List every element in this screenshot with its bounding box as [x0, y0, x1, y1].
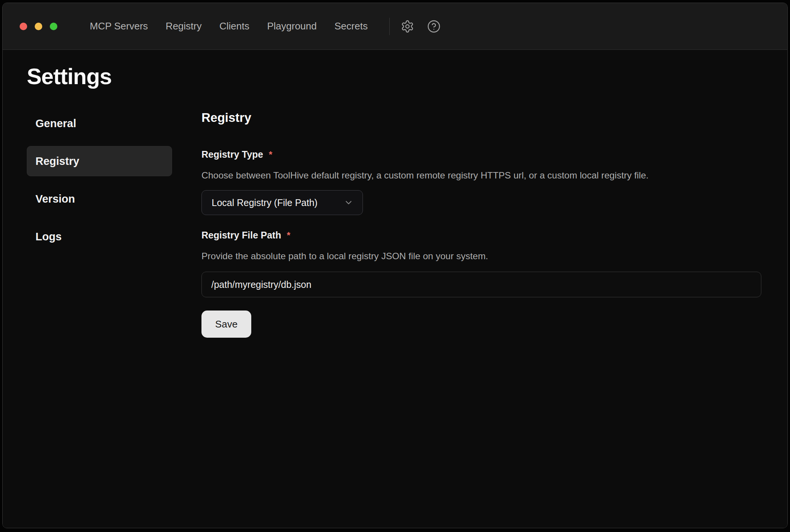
titlebar-divider [389, 18, 390, 35]
app-window: MCP Servers Registry Clients Playground … [2, 3, 788, 528]
nav-item-mcp-servers[interactable]: MCP Servers [90, 20, 148, 32]
traffic-lights [20, 23, 57, 30]
sidebar-item-registry[interactable]: Registry [27, 146, 172, 176]
chevron-down-icon [344, 198, 354, 208]
sidebar-item-logs[interactable]: Logs [27, 221, 172, 252]
registry-type-label: Registry Type* [201, 149, 761, 160]
file-path-description: Provide the absolute path to a local reg… [201, 251, 761, 262]
nav-item-secrets[interactable]: Secrets [335, 20, 368, 32]
titlebar: MCP Servers Registry Clients Playground … [3, 3, 787, 50]
registry-type-select[interactable]: Local Registry (File Path) [201, 190, 363, 215]
nav-item-playground[interactable]: Playground [267, 20, 317, 32]
minimize-window-button[interactable] [35, 23, 42, 30]
file-path-label: Registry File Path* [201, 229, 761, 241]
nav-item-registry[interactable]: Registry [166, 20, 201, 32]
required-asterisk: * [287, 230, 290, 240]
registry-section-heading: Registry [201, 111, 761, 125]
registry-type-selected-value: Local Registry (File Path) [212, 197, 318, 208]
sidebar-item-version[interactable]: Version [27, 184, 172, 214]
help-icon[interactable] [427, 19, 441, 34]
zoom-window-button[interactable] [50, 23, 57, 30]
page-title: Settings [27, 64, 761, 89]
file-path-input[interactable] [201, 272, 761, 297]
close-window-button[interactable] [20, 23, 27, 30]
settings-sidebar: General Registry Version Logs [27, 108, 172, 338]
settings-page: Settings General Registry Version Logs R… [3, 50, 787, 528]
settings-layout: General Registry Version Logs Registry R… [27, 108, 761, 338]
nav-item-clients[interactable]: Clients [219, 20, 249, 32]
top-navigation: MCP Servers Registry Clients Playground … [90, 20, 368, 32]
registry-settings-panel: Registry Registry Type* Choose between T… [201, 108, 761, 338]
settings-gear-icon[interactable] [400, 19, 415, 34]
required-asterisk: * [269, 149, 272, 160]
save-button[interactable]: Save [201, 311, 251, 338]
registry-type-description: Choose between ToolHive default registry… [201, 170, 761, 181]
titlebar-icons [400, 19, 441, 34]
sidebar-item-general[interactable]: General [27, 108, 172, 138]
